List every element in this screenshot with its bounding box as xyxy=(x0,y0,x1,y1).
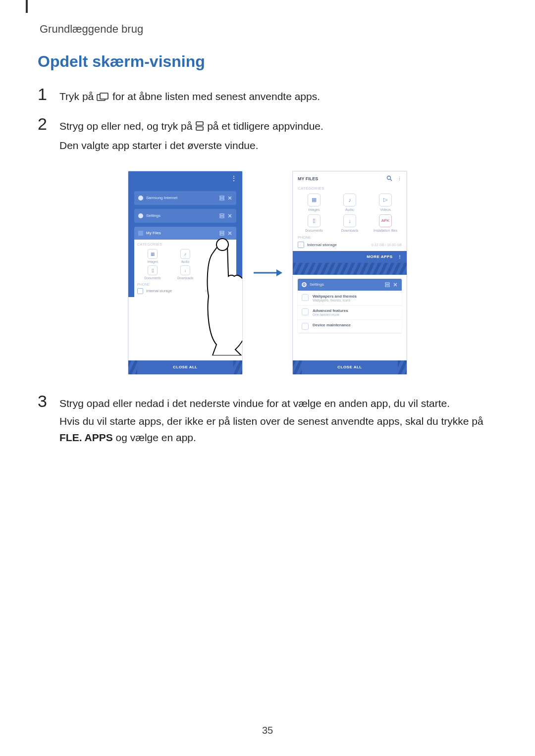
phone-left: ⋮ Samsung Internet Settings My Fil xyxy=(128,171,243,375)
row-title: Advanced features xyxy=(313,308,348,313)
settings-list: Wallpapers and themesWallpapers, themes,… xyxy=(298,291,402,333)
maintenance-icon xyxy=(302,323,309,330)
recent-apps-icon xyxy=(97,90,109,106)
step-2: 2 Stryg op eller ned, og tryk på på et t… xyxy=(38,115,497,156)
app-icon xyxy=(138,213,143,218)
phone-label: PHONE xyxy=(137,283,233,286)
svg-rect-1 xyxy=(100,93,108,99)
row-title: Device maintenance xyxy=(313,323,351,327)
audio-icon: ♪ xyxy=(180,249,190,259)
close-icon xyxy=(227,213,232,218)
close-all-bar: CLOSE ALL xyxy=(293,360,407,374)
storage-size: 6.22 GB / 16.00 GB xyxy=(372,243,402,247)
audio-icon: ♪ xyxy=(343,194,356,206)
text: og vælge en app. xyxy=(116,432,196,443)
status-bar: ⋮ xyxy=(128,171,242,186)
stripe-decor xyxy=(233,360,242,374)
cat-label: Downloads xyxy=(170,276,201,280)
split-icon xyxy=(219,231,224,236)
recent-app-item: Settings xyxy=(134,209,236,223)
phone-right: MY FILES ⋮ CATEGORIES ▦Images ♪Audio ▷Vi… xyxy=(292,171,407,375)
step-body: Tryk på for at åbne listen med senest an… xyxy=(59,86,320,108)
svg-rect-7 xyxy=(220,216,224,218)
split-icon xyxy=(219,213,224,218)
step-1: 1 Tryk på for at åbne listen med senest … xyxy=(38,86,497,108)
storage-size: 6.21 GB / 16.00 GB xyxy=(205,289,233,293)
file-panel: CATEGORIES ▦Images ♪Audio ▷Videos ▯Docum… xyxy=(293,186,407,248)
svg-rect-15 xyxy=(385,283,389,284)
text: Stryg opad eller nedad i det nederste vi… xyxy=(59,396,497,412)
svg-line-14 xyxy=(390,179,392,181)
app-label: Settings xyxy=(146,213,216,218)
images-icon: ▦ xyxy=(308,194,321,206)
documents-icon: ▯ xyxy=(148,265,158,275)
category-grid: ▦Images ♪Audio ▷Videos ▯Documents ↓Downl… xyxy=(298,194,402,232)
downloads-icon: ↓ xyxy=(180,265,190,275)
header-title: MY FILES xyxy=(298,176,318,181)
split-screen-icon xyxy=(195,120,204,136)
text: Den valgte app starter i det øverste vin… xyxy=(59,138,323,154)
wallpaper-icon xyxy=(302,294,309,301)
storage-label: Internal storage xyxy=(307,243,337,247)
close-all-button: CLOSE ALL xyxy=(302,360,398,374)
settings-title: Settings xyxy=(310,282,382,287)
videos-icon: ▷ xyxy=(213,249,223,259)
row-title: Wallpapers and themes xyxy=(313,294,357,299)
settings-row: Advanced featuresOne-handed mode xyxy=(298,305,402,319)
storage-row: Internal storage 6.21 GB / 16.00 GB xyxy=(137,288,233,294)
text: på et tidligere appvindue. xyxy=(207,120,323,132)
step-number: 3 xyxy=(38,393,51,448)
cat-label: Installation files xyxy=(369,229,402,232)
search-icon xyxy=(386,175,392,182)
svg-rect-8 xyxy=(220,231,224,233)
settings-row: Wallpapers and themesWallpapers, themes,… xyxy=(298,291,402,305)
documents-icon: ▯ xyxy=(308,214,321,227)
svg-rect-6 xyxy=(220,214,224,215)
gear-icon: ✿ xyxy=(302,282,307,287)
close-all-bar: CLOSE ALL xyxy=(128,360,242,374)
row-subtitle: One-handed mode xyxy=(313,313,348,316)
step-body: Stryg op eller ned, og tryk på på et tid… xyxy=(59,115,323,156)
app-label: My Files xyxy=(146,231,216,235)
split-icon xyxy=(385,282,390,287)
svg-rect-2 xyxy=(196,122,203,125)
cat-label: Documents xyxy=(137,276,168,280)
tab-mark xyxy=(26,0,28,13)
steps-list: 1 Tryk på for at åbne listen med senest … xyxy=(38,86,497,156)
close-icon xyxy=(227,231,232,236)
svg-rect-5 xyxy=(220,199,224,200)
text: Stryg op eller ned, og tryk på xyxy=(59,120,195,132)
stripe-decor xyxy=(128,360,137,374)
figure: ⋮ Samsung Internet Settings My Fil xyxy=(38,171,497,375)
page-title: Opdelt skærm-visning xyxy=(38,52,497,71)
close-all-button: CLOSE ALL xyxy=(137,360,233,374)
storage-icon xyxy=(137,288,143,294)
svg-rect-9 xyxy=(220,234,224,235)
recent-app-item: My Files xyxy=(134,227,236,240)
section-header: Grundlæggende brug xyxy=(40,23,497,36)
apk-icon: APK xyxy=(379,214,392,227)
category-grid: ▦Images ♪Audio ▷Videos ▯Documents ↓Downl… xyxy=(137,249,233,280)
more-apps-label: MORE APPS xyxy=(367,254,392,259)
app-header: MY FILES ⋮ xyxy=(293,171,407,186)
storage-row: Internal storage 6.22 GB / 16.00 GB xyxy=(298,242,402,248)
cat-label: Audio xyxy=(170,260,201,263)
cat-label: Images xyxy=(137,260,168,263)
recent-app-item: Samsung Internet xyxy=(134,191,236,205)
text: for at åbne listen med senest anvendte a… xyxy=(112,91,320,102)
text: Tryk på xyxy=(59,91,97,102)
categories-label: CATEGORIES xyxy=(298,186,402,191)
cat-label: Documents xyxy=(298,229,330,232)
text: Hvis du vil starte apps, der ikke er på … xyxy=(59,415,483,427)
svg-rect-3 xyxy=(196,127,203,130)
phone-label: PHONE xyxy=(298,235,402,240)
cat-label: Audio xyxy=(333,208,366,211)
page: Grundlæggende brug Opdelt skærm-visning … xyxy=(0,0,535,756)
images-icon: ▦ xyxy=(148,249,158,259)
svg-marker-12 xyxy=(276,269,282,276)
storage-icon xyxy=(298,242,304,248)
storage-label: Internal storage xyxy=(146,289,172,293)
stripe-decor xyxy=(293,360,302,374)
row-subtitle: Wallpapers, themes, icons xyxy=(313,299,357,302)
videos-icon: ▷ xyxy=(379,194,392,206)
